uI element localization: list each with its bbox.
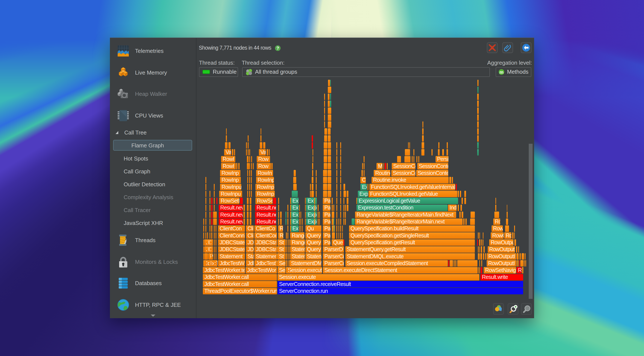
svg-text:Result.write: Result.write	[482, 274, 508, 280]
svg-text:Pa: Pa	[324, 239, 331, 245]
svg-text:Persi: Persi	[437, 156, 448, 162]
svg-text:Sta: Sta	[248, 253, 255, 259]
svg-text:QuerySpecification.getResult: QuerySpecification.getResult	[350, 239, 415, 245]
svg-text:Query: Query	[307, 232, 321, 238]
svg-text:Result.ne: Result.ne	[256, 218, 278, 224]
svg-text:RowI: RowI	[222, 156, 234, 162]
svg-text:Ex: Ex	[292, 205, 298, 211]
svg-text:ParserCo: ParserCo	[324, 260, 346, 266]
svg-text:ThreadPoolExecutor$Worker.run: ThreadPoolExecutor$Worker.run	[204, 288, 277, 294]
svg-text:Ch: Ch	[362, 177, 368, 183]
svg-text:RowInp: RowInp	[222, 177, 239, 183]
svg-text:ParserD: ParserD	[324, 246, 343, 252]
svg-text:Range: Range	[292, 232, 307, 238]
svg-text:JDBCState: JDBCState	[220, 246, 244, 252]
svg-text:RowOutpu: RowOutpu	[491, 239, 515, 245]
svg-text:Pa: Pa	[324, 225, 331, 231]
svg-text:Ex: Ex	[362, 184, 368, 190]
svg-text:RowSetN: RowSetN	[221, 198, 242, 204]
svg-text:JdbcTestWorker.call: JdbcTestWorker.call	[204, 281, 249, 287]
svg-text:Staten: Staten	[307, 253, 321, 259]
svg-text:RangeVariable$RangeIteratorMai: RangeVariable$RangeIteratorMain.findNext	[356, 212, 454, 218]
svg-text:ParserCo: ParserCo	[324, 253, 346, 259]
svg-text:RowIn: RowIn	[258, 170, 272, 176]
svg-text:StatementDMQL.execute: StatementDMQL.execute	[347, 253, 404, 259]
svg-text:M: M	[378, 163, 382, 169]
svg-text:Session.execute: Session.execute	[279, 274, 316, 280]
svg-text:Pa: Pa	[324, 205, 331, 211]
svg-text:QuerySpecification.getSingleRe: QuerySpecification.getSingleResult	[350, 232, 429, 238]
svg-text:Session.execute: Session.execute	[288, 267, 324, 273]
svg-text:St: St	[279, 239, 284, 245]
svg-text:RowOutputI: RowOutputI	[488, 253, 515, 259]
svg-text:RowInpu: RowInpu	[221, 191, 241, 197]
svg-text:Row: Row	[258, 156, 269, 162]
svg-text:RowInp: RowInp	[222, 170, 239, 176]
svg-text:R: R	[280, 225, 283, 231]
svg-text:StatementDM: StatementDM	[291, 260, 322, 266]
svg-text:Expr: Expr	[308, 205, 318, 211]
svg-text:Va: Va	[226, 149, 232, 155]
svg-text:St: St	[279, 253, 284, 259]
svg-text:Ex: Ex	[292, 212, 298, 218]
svg-text:Row: Row	[493, 225, 504, 231]
svg-text:RowInp: RowInp	[257, 191, 274, 197]
svg-text:RowOutput: RowOutput	[489, 246, 515, 252]
svg-text:SessionContex: SessionContex	[418, 170, 452, 176]
svg-text:Pa: Pa	[324, 198, 331, 204]
svg-text:RowSetNavig: RowSetNavig	[485, 267, 516, 273]
svg-text:JdbcTestWorker.call: JdbcTestWorker.call	[204, 274, 249, 280]
svg-text:Pa: Pa	[324, 218, 331, 224]
svg-text:Cli: Cli	[248, 225, 253, 231]
svg-text:ServerConnection.run: ServerConnection.run	[279, 288, 328, 294]
svg-text:RowC: RowC	[492, 232, 506, 238]
svg-text:Expr: Expr	[308, 218, 318, 224]
svg-text:Session.executeCompiledStateme: Session.executeCompiledStatement	[347, 260, 428, 266]
svg-text:Qu: Qu	[307, 225, 314, 231]
svg-text:SessionCo: SessionCo	[393, 163, 418, 169]
svg-text:ClientCon: ClientCon	[220, 225, 242, 231]
svg-text:Statement: Statement	[220, 253, 243, 259]
svg-text:SessionCo: SessionCo	[393, 170, 417, 176]
svg-text:Pa: Pa	[324, 212, 331, 218]
svg-text:St: St	[279, 246, 284, 252]
svg-text:ClientCo: ClientCo	[256, 225, 275, 231]
svg-text:FunctionSQLInvoked.getValueInt: FunctionSQLInvoked.getValueInternal	[371, 184, 455, 190]
svg-text:Va: Va	[260, 149, 266, 155]
svg-text:Result.ne: Result.ne	[256, 205, 278, 211]
svg-text:Routine.invoke: Routine.invoke	[373, 177, 406, 183]
svg-text:Statemen: Statemen	[256, 253, 278, 259]
svg-text:RowSet: RowSet	[257, 198, 275, 204]
svg-text:Exp: Exp	[359, 191, 368, 197]
svg-text:Se: Se	[279, 260, 285, 266]
svg-text:JD: JD	[206, 239, 212, 245]
svg-text:Que: Que	[333, 239, 343, 245]
svg-text:Re: Re	[518, 267, 524, 273]
svg-text:Result.nev: Result.nev	[220, 212, 244, 218]
svg-text:RowOutputI: RowOutputI	[488, 260, 515, 266]
svg-text:ServerConnection.receiveResult: ServerConnection.receiveResult	[279, 281, 351, 287]
svg-text:Row: Row	[258, 163, 269, 169]
svg-text:ExpressionLogical.getValue: ExpressionLogical.getValue	[359, 198, 420, 204]
svg-text:Staten: Staten	[292, 253, 306, 259]
svg-text:Query: Query	[307, 246, 321, 252]
svg-text:Ex: Ex	[308, 198, 314, 204]
svg-text:JDBCState: JDBCState	[220, 239, 244, 245]
svg-text:SessionContex: SessionContex	[419, 163, 453, 169]
svg-text:QuerySpecification.buildResult: QuerySpecification.buildResult	[350, 225, 418, 231]
svg-text:Expression.testCondition: Expression.testCondition	[358, 205, 413, 211]
svg-text:Rc: Rc	[506, 232, 512, 238]
svg-text:JDBCStat: JDBCStat	[256, 246, 278, 252]
svg-text:Cli: Cli	[248, 232, 253, 238]
svg-text:Routine: Routine	[375, 170, 393, 176]
svg-text:RowInp: RowInp	[257, 184, 274, 190]
svg-text:RowInp: RowInp	[258, 177, 275, 183]
svg-text:RowI: RowI	[222, 163, 234, 169]
svg-text:Expr: Expr	[308, 212, 318, 218]
svg-text:Pa: Pa	[324, 232, 331, 238]
svg-text:Row: Row	[495, 218, 505, 224]
svg-text:JdbcTestWor: JdbcTestWor	[247, 267, 276, 273]
svg-text:StatementQuery.getResult: StatementQuery.getResult	[347, 246, 406, 252]
svg-text:Staten: Staten	[292, 246, 306, 252]
svg-text:JDBCStat: JDBCStat	[256, 239, 278, 245]
